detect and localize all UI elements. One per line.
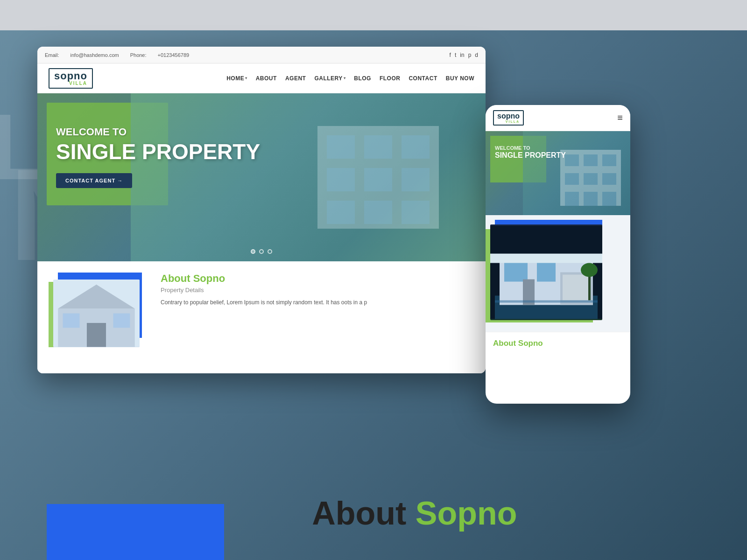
svg-rect-7	[327, 201, 355, 224]
dot-2[interactable]	[259, 249, 264, 254]
svg-rect-20	[565, 173, 579, 185]
about-body-text: Contrary to popular belief, Lorem Ipsum …	[161, 298, 474, 307]
social-icons: f t in p d	[450, 52, 478, 58]
pinterest-icon[interactable]: p	[468, 52, 472, 58]
nav-blog[interactable]: BLOG	[354, 75, 371, 82]
desktop-mockup: Email: info@hashdemo.com Phone: +0123456…	[37, 47, 486, 373]
svg-rect-13	[87, 323, 106, 347]
desktop-about-section: About Sopno Property Details Contrary to…	[37, 261, 486, 373]
mobile-hero-title: SINGLE PROPERTY	[495, 151, 566, 160]
phone-label: Phone:	[130, 52, 147, 58]
bg-blue-rect	[47, 504, 224, 560]
mobile-hero-welcome: WELCOME TO	[495, 145, 566, 151]
svg-rect-17	[565, 154, 579, 166]
svg-rect-19	[602, 154, 616, 166]
mobile-logo-villa: VILLA	[497, 120, 520, 123]
desktop-nav: HOME ▾ ABOUT AGENT GALLERY ▾ BLOG FLOOR …	[226, 75, 474, 82]
about-img-house	[53, 280, 140, 347]
about-subtitle: Property Details	[161, 287, 474, 294]
mobile-building	[556, 136, 626, 210]
mobile-about-section: About Sopno	[486, 332, 630, 355]
svg-point-36	[581, 263, 598, 277]
dot-1[interactable]	[251, 249, 255, 254]
svg-rect-23	[565, 192, 579, 206]
hero-title-text: SINGLE PROPERTY	[56, 140, 260, 164]
svg-rect-4	[327, 168, 355, 191]
facebook-icon[interactable]: f	[450, 52, 451, 58]
about-text-content: About Sopno Property Details Contrary to…	[161, 273, 474, 362]
hero-welcome-text: WELCOME TO	[56, 126, 260, 138]
svg-rect-2	[364, 135, 392, 159]
hero-dots	[251, 249, 272, 254]
mobile-hero-content: WELCOME TO SINGLE PROPERTY	[495, 145, 566, 160]
desktop-navbar: sopno VILLA HOME ▾ ABOUT AGENT GALLERY ▾…	[37, 63, 486, 93]
mobile-about-title: About Sopno	[493, 339, 623, 348]
svg-rect-6	[402, 168, 430, 191]
mobile-property-image	[486, 215, 630, 332]
instagram-icon[interactable]: in	[460, 52, 464, 58]
nav-home[interactable]: HOME ▾	[226, 75, 247, 82]
svg-rect-33	[537, 263, 556, 282]
hero-building	[308, 107, 448, 238]
desktop-topbar: Email: info@hashdemo.com Phone: +0123456…	[37, 47, 486, 63]
svg-rect-9	[402, 201, 430, 224]
email-label: Email:	[45, 52, 59, 58]
nav-agent[interactable]: AGENT	[285, 75, 306, 82]
about-image	[49, 273, 151, 357]
hamburger-menu-icon[interactable]: ≡	[617, 112, 623, 123]
phone-value: +0123456789	[158, 52, 190, 58]
mobile-hero: WELCOME TO SINGLE PROPERTY	[486, 131, 630, 215]
svg-rect-22	[602, 173, 616, 185]
logo-sopno-text: sopno	[54, 71, 87, 81]
svg-rect-3	[402, 135, 430, 159]
svg-rect-25	[602, 192, 616, 206]
hero-text-content: WELCOME TO SINGLE PROPERTY CONTACT AGENT…	[56, 126, 260, 188]
dribbble-icon[interactable]: d	[475, 52, 478, 58]
svg-rect-21	[584, 173, 598, 185]
nav-floor[interactable]: FLOOR	[380, 75, 401, 82]
svg-rect-14	[63, 314, 80, 328]
desktop-hero: WELCOME TO SINGLE PROPERTY CONTACT AGENT…	[37, 93, 486, 261]
svg-rect-8	[364, 201, 392, 224]
mobile-logo-sopno: sopno	[497, 112, 520, 120]
mobile-prop-house-image	[490, 224, 602, 320]
svg-rect-37	[495, 301, 598, 303]
svg-rect-15	[113, 314, 130, 328]
svg-rect-29	[490, 254, 602, 263]
twitter-icon[interactable]: t	[455, 52, 456, 58]
svg-rect-1	[327, 135, 355, 159]
about-title: About Sopno	[161, 273, 474, 285]
mobile-logo[interactable]: sopno VILLA	[493, 110, 524, 126]
gray-top-bar	[0, 0, 747, 30]
nav-buynow[interactable]: BUY NOW	[446, 75, 474, 82]
email-value: info@hashdemo.com	[70, 52, 119, 58]
logo-villa-text: VILLA	[54, 81, 87, 86]
page-bottom-about: About Sopno	[312, 495, 517, 532]
contact-agent-button[interactable]: CONTACT AGENT →	[56, 173, 132, 188]
nav-about[interactable]: ABOUT	[256, 75, 277, 82]
svg-rect-31	[563, 275, 591, 301]
nav-contact[interactable]: CONTACT	[409, 75, 437, 82]
mobile-mockup: sopno VILLA ≡ WELCOME TO	[486, 105, 630, 404]
svg-rect-5	[364, 168, 392, 191]
svg-rect-32	[504, 263, 528, 282]
desktop-logo[interactable]: sopno VILLA	[49, 68, 93, 89]
svg-rect-24	[584, 192, 598, 206]
svg-rect-18	[584, 154, 598, 166]
dot-3[interactable]	[268, 249, 272, 254]
mobile-navbar: sopno VILLA ≡	[486, 105, 630, 131]
nav-gallery[interactable]: GALLERY ▾	[314, 75, 345, 82]
